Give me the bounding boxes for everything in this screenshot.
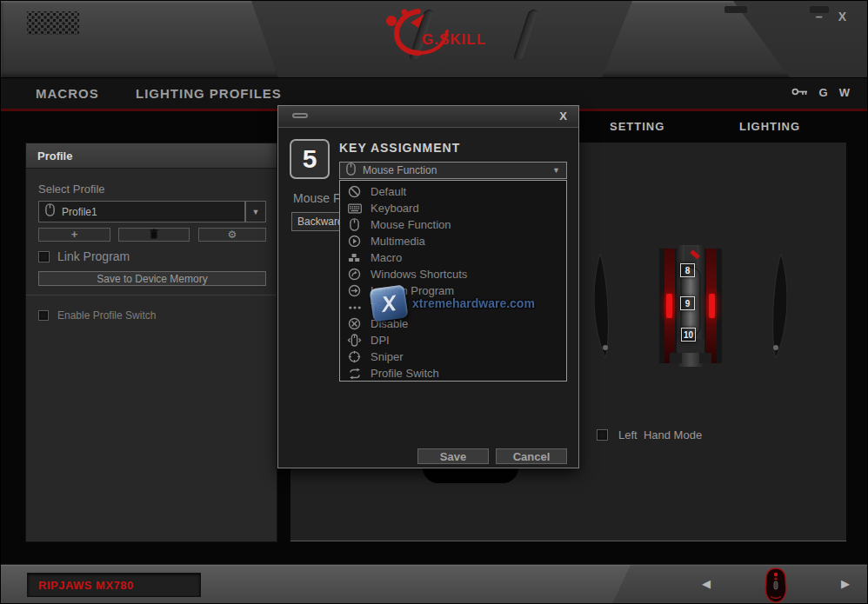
assignment-option-label: Sniper — [371, 350, 404, 363]
key-number-badge: 5 — [290, 139, 330, 179]
delete-profile-button[interactable] — [118, 228, 190, 242]
assignment-option-label: Multimedia — [371, 235, 425, 248]
menubar: MACROS LIGHTING PROFILES G W — [1, 77, 868, 109]
cancel-button-label: Cancel — [513, 450, 551, 463]
mouse-icon — [347, 218, 362, 231]
button-badge-9[interactable]: 9 — [680, 296, 695, 310]
assignment-option[interactable]: Windows Shortcuts — [340, 266, 566, 282]
watermark-x-logo: X — [370, 284, 409, 322]
mouse-icon — [346, 163, 356, 179]
header-notch — [724, 6, 747, 13]
tab-setting[interactable]: SETTING — [610, 120, 664, 133]
assignment-dropdown-list: Default Keyboard Mouse Function Multimed… — [339, 180, 567, 382]
assignment-option[interactable]: Default — [340, 183, 566, 200]
button-badge-10[interactable]: 10 — [681, 328, 696, 342]
vent-grille — [27, 11, 79, 35]
dialog-title: KEY ASSIGNMENT — [339, 141, 460, 155]
close-button[interactable]: X — [838, 10, 846, 23]
assignment-option-label: DPI — [371, 334, 390, 347]
menu-item-macros[interactable]: MACROS — [36, 86, 99, 101]
chevron-down-icon: ▼ — [252, 208, 260, 216]
assignment-option[interactable]: Sniper — [340, 348, 566, 365]
dialog-titlebar[interactable]: X — [278, 106, 578, 128]
enable-profile-switch-checkbox[interactable] — [38, 310, 49, 321]
minimize-button[interactable]: – — [816, 10, 823, 23]
assignment-option[interactable]: Keyboard — [340, 200, 566, 216]
assignment-option-label: Default — [371, 185, 406, 198]
function-type-value: Mouse Function — [363, 164, 437, 176]
select-profile-label: Select Profile — [38, 183, 105, 196]
windows-shortcut-icon — [347, 268, 362, 281]
trash-icon — [150, 227, 158, 242]
profile-panel-title: Profile — [37, 149, 72, 163]
save-to-device-memory-button[interactable]: Save to Device Memory — [38, 271, 266, 286]
next-device-button[interactable]: ▶ — [841, 577, 850, 590]
no-entry-icon — [347, 185, 362, 198]
bottombar: RIPJAWS MX780 ◀ ▶ — [1, 564, 868, 604]
w-shortcut-button[interactable]: W — [839, 86, 850, 99]
device-name-box: RIPJAWS MX780 — [27, 573, 201, 597]
assignment-option-label: Mouse Function — [371, 218, 451, 231]
save-button-label: Save — [440, 450, 466, 463]
blocks-icon — [347, 251, 362, 264]
panel-divider — [26, 295, 277, 295]
profile-select[interactable]: Profile1 — [38, 201, 245, 222]
watermark-text: xtremehardware.com — [412, 296, 535, 310]
window-titlebar: G.SKILL – X — [1, 1, 868, 77]
device-name: RIPJAWS MX780 — [38, 579, 134, 592]
dialog-close-button[interactable]: X — [559, 110, 567, 123]
assignment-option[interactable]: Macro — [340, 249, 566, 266]
watermark: X xtremehardware.com — [371, 287, 535, 320]
assignment-option[interactable]: Profile Switch — [340, 365, 566, 382]
save-button[interactable]: Save — [417, 448, 489, 464]
add-profile-button[interactable]: + — [38, 228, 110, 242]
assignment-option-label: Keyboard — [371, 202, 419, 215]
link-program-label: Link Program — [57, 249, 130, 263]
save-to-device-memory-label: Save to Device Memory — [97, 273, 207, 285]
app-window: G.SKILL – X MACROS LIGHTING PROFILES G W… — [0, 0, 868, 604]
profile-switch-icon — [347, 367, 362, 380]
gskill-logo-text: G.SKILL — [422, 31, 486, 48]
profile-panel-header: Profile — [26, 143, 277, 169]
dialog-grip-icon — [292, 113, 308, 118]
assignment-option-label: Windows Shortcuts — [371, 268, 467, 281]
assignment-option[interactable]: Mouse Function — [340, 216, 566, 233]
chevron-down-icon: ▼ — [552, 166, 560, 175]
background-mouse-silhouette — [423, 468, 518, 483]
assignment-value: Backward — [297, 216, 344, 228]
profile-panel: Profile Select Profile Profile1 ▼ + ⚙ Li… — [25, 143, 277, 542]
assignment-option-label: Profile Switch — [371, 367, 439, 380]
device-mouse-icon[interactable] — [764, 567, 788, 604]
plus-icon: + — [71, 230, 78, 239]
disable-icon — [347, 317, 362, 330]
g-shortcut-button[interactable]: G — [819, 86, 828, 99]
menu-item-lighting-profiles[interactable]: LIGHTING PROFILES — [136, 86, 282, 101]
key-icon[interactable] — [791, 86, 808, 99]
keyboard-icon — [347, 202, 362, 215]
play-circle-icon — [347, 235, 362, 248]
left-hand-mode-label: Left Hand Mode — [618, 428, 702, 441]
mouse-icon — [45, 203, 55, 220]
sniper-icon — [347, 350, 362, 363]
dpi-icon — [347, 334, 362, 347]
cancel-button[interactable]: Cancel — [496, 448, 567, 464]
profile-select-dropdown-button[interactable]: ▼ — [245, 201, 266, 222]
gskill-logo: G.SKILL — [373, 6, 504, 60]
tab-lighting[interactable]: LIGHTING — [739, 120, 800, 133]
assignment-option[interactable]: Multimedia — [340, 233, 566, 249]
left-hand-mode-checkbox[interactable] — [597, 429, 608, 441]
prev-device-button[interactable]: ◀ — [702, 577, 711, 590]
profile-select-value: Profile1 — [62, 206, 97, 218]
gear-icon: ⚙ — [228, 229, 237, 241]
arrow-circle-icon — [347, 284, 362, 297]
link-program-checkbox[interactable] — [38, 251, 50, 262]
assignment-option[interactable]: DPI — [340, 332, 566, 348]
ellipsis-icon — [347, 301, 362, 314]
profile-settings-button[interactable]: ⚙ — [198, 228, 266, 242]
enable-profile-switch-label: Enable Profile Switch — [57, 309, 156, 322]
button-badge-8[interactable]: 8 — [680, 263, 695, 277]
assignment-option-label: Macro — [371, 251, 402, 264]
function-type-dropdown[interactable]: Mouse Function ▼ — [339, 162, 567, 179]
